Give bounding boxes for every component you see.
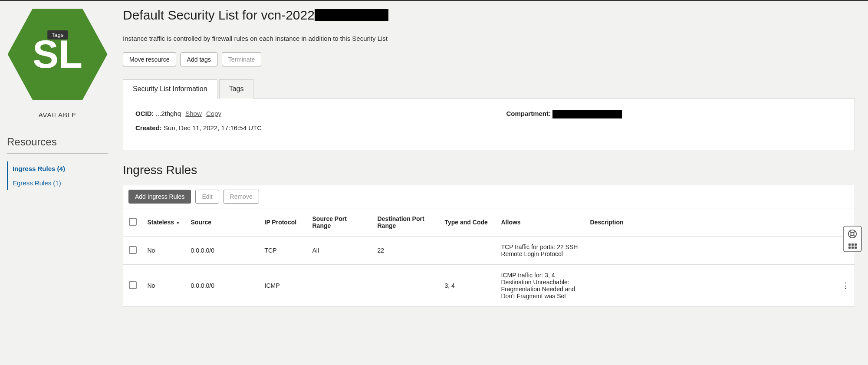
col-stateless[interactable]: Stateless bbox=[142, 208, 186, 237]
cell-sport: All bbox=[307, 237, 372, 265]
terminate-button: Terminate bbox=[222, 53, 261, 66]
redacted-block bbox=[552, 110, 622, 118]
page-title: Default Security List for vcn-2022 bbox=[123, 8, 855, 23]
tab-security-list-info[interactable]: Security List Information bbox=[123, 79, 217, 99]
ocid-show-link[interactable]: Show bbox=[185, 110, 202, 117]
cell-description bbox=[585, 237, 837, 265]
cell-type: 3, 4 bbox=[440, 265, 496, 307]
move-resource-button[interactable]: Move resource bbox=[123, 53, 176, 66]
table-row: No 0.0.0.0/0 TCP All 22 TCP traffic for … bbox=[123, 237, 855, 265]
cell-type bbox=[440, 237, 496, 265]
compartment-label: Compartment: bbox=[506, 110, 551, 117]
col-description[interactable]: Description bbox=[585, 208, 837, 237]
cell-allows: ICMP traffic for: 3, 4 Destination Unrea… bbox=[496, 265, 585, 307]
ingress-heading: Ingress Rules bbox=[123, 163, 855, 177]
row-checkbox[interactable] bbox=[129, 246, 137, 254]
page-title-text: Default Security List for vcn-2022 bbox=[123, 8, 315, 23]
col-type-code[interactable]: Type and Code bbox=[440, 208, 496, 237]
resources-heading: Resources bbox=[7, 136, 108, 154]
help-icon[interactable] bbox=[848, 229, 857, 241]
cell-source: 0.0.0.0/0 bbox=[186, 265, 260, 307]
tags-badge: Tags bbox=[47, 30, 68, 39]
created-value: Sun, Dec 11, 2022, 17:16:54 UTC bbox=[164, 124, 262, 132]
cell-dport: 22 bbox=[372, 237, 440, 265]
created-label: Created: bbox=[135, 124, 162, 132]
cell-sport bbox=[307, 265, 372, 307]
row-checkbox[interactable] bbox=[129, 281, 137, 289]
cell-description bbox=[585, 265, 837, 307]
edit-button: Edit bbox=[195, 190, 219, 204]
cell-stateless: No bbox=[142, 265, 186, 307]
svg-line-2 bbox=[850, 231, 852, 233]
select-all-checkbox[interactable] bbox=[129, 218, 137, 226]
add-tags-button[interactable]: Add tags bbox=[181, 53, 217, 66]
col-protocol[interactable]: IP Protocol bbox=[260, 208, 307, 237]
redacted-block bbox=[315, 9, 388, 21]
status-badge: AVAILABLE bbox=[39, 111, 77, 118]
info-panel: OCID: ...2thghq Show Copy Created: Sun, … bbox=[123, 98, 855, 150]
row-menu-icon[interactable]: ⋮ bbox=[842, 281, 849, 290]
help-widget bbox=[843, 226, 862, 252]
cell-protocol: ICMP bbox=[260, 265, 307, 307]
svg-point-1 bbox=[851, 232, 854, 235]
col-source-port[interactable]: Source Port Range bbox=[307, 208, 372, 237]
svg-line-5 bbox=[854, 231, 855, 233]
ocid-value: ...2thghq bbox=[156, 110, 181, 117]
cell-source: 0.0.0.0/0 bbox=[186, 237, 260, 265]
svg-line-4 bbox=[850, 235, 852, 237]
sidebar-item-egress[interactable]: Egress Rules (1) bbox=[13, 176, 108, 190]
ocid-label: OCID: bbox=[135, 110, 154, 117]
svg-line-3 bbox=[854, 235, 855, 237]
table-row: No 0.0.0.0/0 ICMP 3, 4 ICMP traffic for:… bbox=[123, 265, 855, 307]
cell-allows: TCP traffic for ports: 22 SSH Remote Log… bbox=[496, 237, 585, 265]
col-source[interactable]: Source bbox=[186, 208, 260, 237]
cell-stateless: No bbox=[142, 237, 186, 265]
add-ingress-button[interactable]: Add Ingress Rules bbox=[128, 190, 191, 204]
ocid-copy-link[interactable]: Copy bbox=[206, 110, 221, 117]
remove-button: Remove bbox=[224, 190, 259, 204]
page-subtitle: Instance traffic is controlled by firewa… bbox=[123, 35, 855, 42]
sidebar-item-ingress[interactable]: Ingress Rules (4) bbox=[13, 161, 108, 176]
cell-protocol: TCP bbox=[260, 237, 307, 265]
grid-icon[interactable] bbox=[848, 243, 857, 249]
tab-tags[interactable]: Tags bbox=[219, 79, 254, 99]
cell-dport bbox=[372, 265, 440, 307]
col-dest-port[interactable]: Destination Port Range bbox=[372, 208, 440, 237]
ingress-rules-table: Stateless Source IP Protocol Source Port… bbox=[123, 208, 855, 307]
resource-hexagon: SL bbox=[8, 9, 108, 100]
col-allows[interactable]: Allows bbox=[496, 208, 585, 237]
